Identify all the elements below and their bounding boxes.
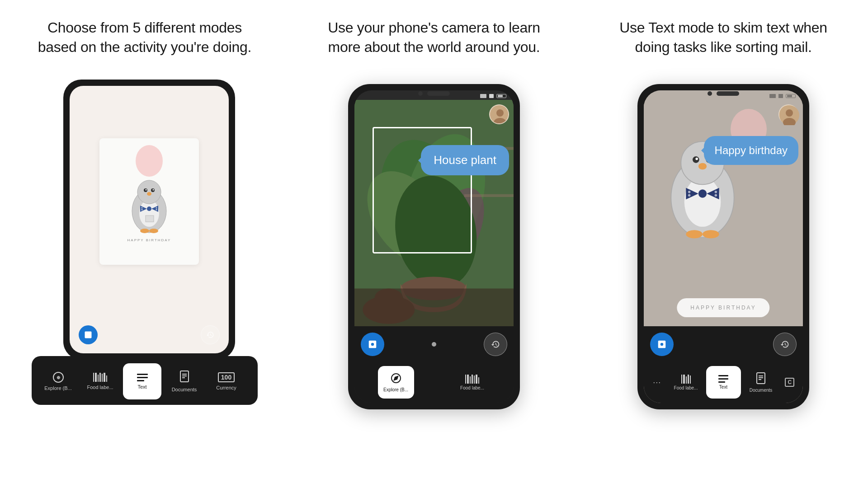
camera-button-2[interactable] — [361, 333, 384, 356]
tab-food-3[interactable]: Food labe... — [669, 366, 703, 399]
tab-food-label-2: Food labe... — [460, 385, 484, 390]
phone-3-notch — [708, 91, 739, 96]
compass-icon-1: ⊕ — [53, 372, 64, 383]
tab-currency-1[interactable]: 100 Currency — [207, 363, 245, 399]
signal-icon-3 — [769, 94, 776, 98]
camera-view-2: House plant — [354, 100, 514, 326]
phone-2-notch — [418, 91, 450, 96]
main-container: Choose from 5 different modes based on t… — [0, 0, 868, 488]
svg-point-12 — [142, 209, 143, 210]
svg-point-6 — [153, 189, 154, 190]
tab-documents-label-1: Documents — [172, 387, 197, 392]
history-button-3[interactable] — [773, 333, 797, 356]
headline-2: Use your phone's camera to learn more ab… — [289, 0, 579, 70]
camera-view-3: Happy birthday HAPPY BIRTHDAY — [644, 100, 803, 326]
phone-1-content: HAPPY BIRTHDAY — [70, 86, 229, 317]
barcode-icon-3 — [681, 375, 691, 384]
svg-point-54 — [703, 230, 719, 239]
svg-point-53 — [686, 230, 703, 239]
phone-controls-3 — [644, 326, 803, 361]
history-icon-1 — [206, 331, 214, 339]
history-icon-2 — [491, 340, 500, 349]
column-2: Use your phone's camera to learn more ab… — [289, 0, 579, 488]
tab-explore-2[interactable]: Explore (B... — [378, 366, 414, 399]
avatar-svg-3 — [779, 105, 799, 125]
phone-3-screen: Happy birthday HAPPY BIRTHDAY — [644, 90, 803, 403]
phone-1-wrapper: HAPPY BIRTHDAY — [50, 80, 240, 373]
phone-controls-2 — [354, 326, 514, 361]
history-button-1[interactable] — [201, 325, 220, 344]
svg-point-31 — [374, 289, 403, 308]
phone-3-body: Happy birthday HAPPY BIRTHDAY — [637, 84, 809, 409]
svg-rect-15 — [146, 216, 154, 222]
tab-explore-label-1: Explore (B... — [44, 385, 72, 391]
text-icon-3 — [718, 375, 728, 383]
wifi-icon-3 — [778, 94, 783, 98]
tab-documents-label-3: Documents — [750, 388, 773, 393]
svg-point-48 — [698, 190, 707, 198]
tab-explore-label-2: Explore (B... — [383, 387, 408, 392]
tab-food-1[interactable]: Food labe... — [81, 363, 119, 399]
mode-indicator-2 — [432, 342, 436, 347]
svg-point-10 — [147, 206, 151, 211]
pink-balloon — [136, 145, 163, 177]
svg-point-16 — [140, 229, 149, 233]
tab-text-3[interactable]: Text — [706, 366, 741, 399]
svg-point-17 — [149, 229, 158, 233]
svg-point-11 — [142, 207, 143, 208]
penguin-card: HAPPY BIRTHDAY — [99, 138, 199, 265]
tab-text-1[interactable]: Text — [123, 363, 161, 399]
tab-text-label-3: Text — [719, 385, 727, 389]
notch-dot — [418, 91, 423, 96]
notch-slot — [427, 91, 450, 96]
dots-icon-3: ··· — [653, 378, 661, 387]
user-avatar-3 — [778, 104, 798, 124]
svg-point-7 — [147, 192, 151, 196]
svg-point-14 — [156, 209, 157, 210]
battery-icon-2 — [496, 94, 506, 98]
tab-explore-1[interactable]: ⊕ Explore (B... — [39, 363, 77, 399]
tab-documents-3[interactable]: Documents — [744, 366, 778, 399]
column-3: Use Text mode to skim text when doing ta… — [579, 0, 868, 488]
text-icon-1 — [137, 374, 148, 381]
tab-bar-2: Explore (B... — [354, 361, 514, 403]
svg-point-45 — [698, 163, 707, 170]
tab-currency-label-1: Currency — [216, 385, 236, 390]
currency-icon-3: C — [785, 378, 794, 387]
signal-icon-2 — [480, 94, 486, 98]
camera-icon-2 — [368, 339, 377, 349]
camera-icon-3 — [657, 339, 667, 349]
tab-food-label-3: Food labe... — [674, 385, 698, 390]
tab-text-label-1: Text — [137, 384, 146, 389]
tab-dots-3[interactable]: ··· — [648, 366, 666, 399]
barcode-icon-1 — [93, 373, 107, 382]
tab-food-2[interactable]: Food labe... — [454, 366, 491, 399]
svg-point-49 — [688, 191, 691, 193]
happy-birthday-button[interactable]: HAPPY BIRTHDAY — [677, 298, 769, 317]
svg-point-51 — [715, 191, 717, 193]
phone-1-screen: HAPPY BIRTHDAY — [70, 86, 229, 353]
tab-currency-3[interactable]: C — [781, 366, 799, 399]
svg-point-13 — [156, 207, 157, 208]
camera-button-3[interactable] — [650, 333, 674, 356]
camera-icon-1 — [84, 330, 93, 339]
phone-2-screen: House plant — [354, 90, 514, 403]
document-icon-1 — [179, 371, 189, 384]
compass-icon-2 — [391, 373, 401, 385]
camera-button-1[interactable] — [79, 325, 98, 344]
headline-1: Choose from 5 different modes based on t… — [0, 0, 289, 70]
speech-bubble-2: House plant — [421, 145, 509, 175]
phone-2-body: House plant — [348, 84, 520, 409]
tab-documents-1[interactable]: Documents — [165, 363, 203, 399]
notch-slot-3 — [717, 91, 739, 96]
battery-icon-3 — [786, 94, 796, 98]
speech-bubble-3: Happy birthday — [704, 136, 798, 165]
phone-1-body: HAPPY BIRTHDAY — [63, 80, 235, 360]
history-button-2[interactable] — [484, 333, 507, 356]
document-icon-3 — [756, 372, 766, 386]
penguin-bg-3 — [644, 100, 803, 326]
history-icon-3 — [780, 340, 789, 349]
column-1: Choose from 5 different modes based on t… — [0, 0, 289, 488]
card-text: HAPPY BIRTHDAY — [127, 238, 171, 242]
barcode-icon-2 — [465, 375, 479, 384]
